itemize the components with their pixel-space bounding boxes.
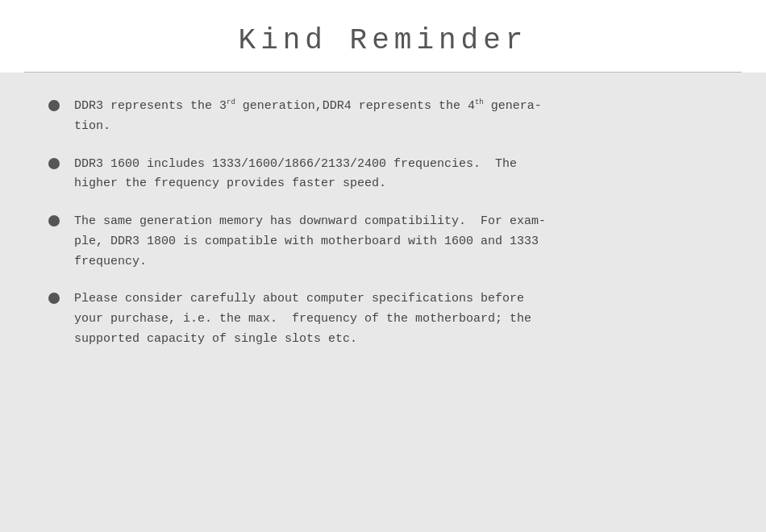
bullet-text-2: DDR3 1600 includes 1333/1600/1866/2133/2…	[74, 155, 718, 195]
bullet-dot-1	[48, 100, 60, 111]
page-title: Kind Reminder	[16, 24, 750, 57]
bullet-item-4: Please consider carefully about computer…	[48, 289, 718, 349]
bullet-dot-3	[48, 215, 60, 227]
bullet-item-1: DDR3 represents the 3rd generation,DDR4 …	[48, 97, 718, 137]
bullet-text-3: The same generation memory has downward …	[74, 212, 718, 272]
bullet-item-3: The same generation memory has downward …	[48, 212, 718, 272]
bullet-dot-4	[48, 293, 60, 304]
content-section: DDR3 represents the 3rd generation,DDR4 …	[0, 73, 766, 532]
bullet-item-2: DDR3 1600 includes 1333/1600/1866/2133/2…	[48, 155, 718, 195]
bullet-dot-2	[48, 158, 60, 169]
bullet-text-1: DDR3 represents the 3rd generation,DDR4 …	[74, 97, 718, 137]
bullet-text-4: Please consider carefully about computer…	[74, 289, 718, 349]
page-container: Kind Reminder DDR3 represents the 3rd ge…	[0, 0, 766, 532]
header-section: Kind Reminder	[0, 0, 766, 72]
